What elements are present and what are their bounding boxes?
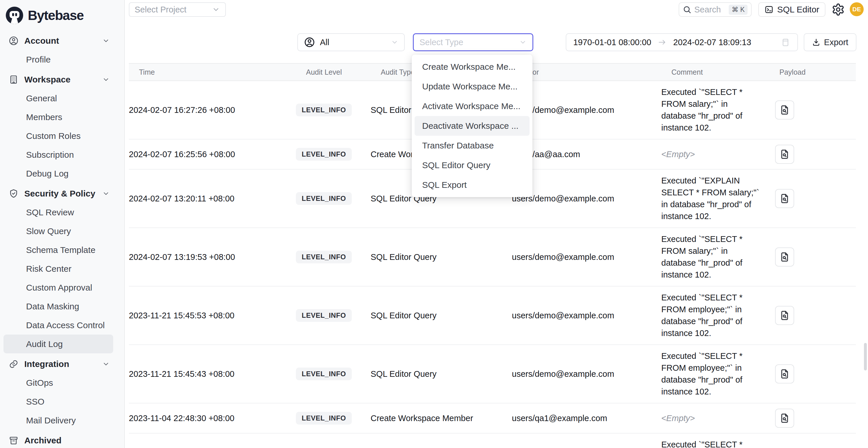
sidebar-section-label: Archived [24,436,61,445]
date-end-value[interactable]: 2024-02-07 18:09:13 [673,38,751,47]
payload-view-button[interactable] [775,100,794,120]
sidebar-nav: AccountProfileWorkspaceGeneralMembersCus… [0,31,124,448]
sidebar-item-members[interactable]: Members [3,108,113,126]
project-select[interactable]: Select Project [129,2,226,17]
cell-audit-type: SQL Editor Query [371,311,512,320]
type-filter-select[interactable]: Select Type [413,33,533,51]
sidebar-item-risk-center[interactable]: Risk Center [3,259,113,278]
sidebar-section-security-policy[interactable]: Security & Policy [3,184,113,203]
cell-audit-level: LEVEL_INFO [296,104,371,116]
cell-time: 2024-02-07 13:19:53 +08:00 [129,252,296,262]
cell-audit-type: SQL Editor Query [371,369,512,379]
payload-view-button[interactable] [775,189,794,208]
file-search-icon [779,413,790,424]
sidebar: Bytebase AccountProfileWorkspaceGeneralM… [0,0,125,448]
menu-item-deactivate-workspace[interactable]: Deactivate Workspace ... [414,116,530,136]
export-button[interactable]: Export [804,33,857,51]
link-icon [8,359,19,369]
menu-item-sql-editor-query[interactable]: SQL Editor Query [414,155,530,175]
col-header-payload: Payload [779,68,856,76]
brand-logo[interactable]: Bytebase [0,0,124,29]
cell-payload [769,145,856,164]
file-search-icon [779,149,790,160]
audit-level-badge: LEVEL_INFO [296,104,352,116]
sidebar-item-slow-query[interactable]: Slow Query [3,222,113,241]
cell-payload [769,364,856,383]
cell-comment: Executed `"EXPLAIN SELECT * FROM salary;… [661,175,761,222]
sidebar-section-account[interactable]: Account [3,31,113,50]
calendar-icon [781,37,790,47]
payload-view-button[interactable] [775,409,794,428]
gear-icon[interactable] [832,3,845,16]
cell-comment: Executed `"SELECT * FROM department;"` i… [661,439,761,448]
cell-audit-level: LEVEL_INFO [296,192,371,205]
building-icon [8,74,19,85]
cell-actor: users/demo@example.com [512,105,661,115]
terminal-icon [764,5,774,14]
cell-comment: Executed `"SELECT * FROM salary;"` in da… [661,233,761,281]
sidebar-item-sso[interactable]: SSO [3,392,113,411]
user-circle-icon [304,36,315,48]
cell-actor: users/demo@example.com [512,252,661,262]
download-icon [812,38,820,46]
date-start-value[interactable]: 1970-01-01 08:00:00 [573,38,651,47]
menu-item-update-workspace-me[interactable]: Update Workspace Me... [414,77,530,96]
sidebar-item-audit-log[interactable]: Audit Log [3,334,113,353]
project-select-label: Select Project [135,5,186,14]
payload-view-button[interactable] [775,306,794,325]
sidebar-section-archived[interactable]: Archived [3,431,113,448]
sidebar-section-workspace[interactable]: Workspace [3,70,113,89]
search-box[interactable]: ⌘ K [679,2,752,17]
file-search-icon [779,369,790,379]
sidebar-item-schema-template[interactable]: Schema Template [3,241,113,259]
sidebar-item-gitops[interactable]: GitOps [3,373,113,392]
chevron-down-icon [102,37,110,44]
audit-level-badge: LEVEL_INFO [296,367,352,380]
menu-item-create-workspace-me[interactable]: Create Workspace Me... [414,57,530,77]
sidebar-section-integration[interactable]: Integration [3,354,113,373]
audit-level-badge: LEVEL_INFO [296,251,352,263]
sidebar-item-custom-roles[interactable]: Custom Roles [3,126,113,145]
search-input[interactable] [694,5,720,14]
sidebar-section-label: Integration [24,359,69,369]
cell-audit-level: LEVEL_INFO [296,367,371,380]
app-root: Bytebase AccountProfileWorkspaceGeneralM… [0,0,868,448]
cell-comment: <Empty> [661,412,761,424]
archive-icon [8,435,19,446]
sidebar-item-sql-review[interactable]: SQL Review [3,203,113,222]
avatar[interactable]: DE [850,2,864,16]
file-search-icon [779,252,790,262]
sql-editor-label: SQL Editor [777,5,819,14]
cell-time: 2024-02-07 16:25:56 +08:00 [129,150,296,159]
type-filter-placeholder: Select Type [420,38,463,47]
sidebar-item-debug-log[interactable]: Debug Log [3,164,113,183]
menu-item-transfer-database[interactable]: Transfer Database [414,136,530,155]
chevron-down-icon [519,38,527,46]
actor-filter-select[interactable]: All [297,33,405,51]
cell-payload [769,100,856,120]
menu-item-sql-export[interactable]: SQL Export [414,175,530,195]
sidebar-item-mail-delivery[interactable]: Mail Delivery [3,411,113,430]
menu-item-activate-workspace-me[interactable]: Activate Workspace Me... [414,96,530,116]
scrollbar-thumb[interactable] [864,343,867,371]
table-row: 2023-11-21 15:45:53 +08:00LEVEL_INFOSQL … [129,287,856,345]
cell-comment: Executed `"SELECT * FROM employee;"` in … [661,292,761,339]
sidebar-item-custom-approval[interactable]: Custom Approval [3,278,113,297]
payload-view-button[interactable] [775,145,794,164]
sidebar-item-subscription[interactable]: Subscription [3,145,113,164]
export-label: Export [824,38,848,47]
payload-view-button[interactable] [775,248,794,266]
sidebar-item-profile[interactable]: Profile [3,50,113,69]
cell-audit-type: Create Workspace Member [371,414,512,423]
cell-time: 2023-11-21 15:45:53 +08:00 [129,311,296,320]
sidebar-item-general[interactable]: General [3,89,113,108]
cell-payload [769,189,856,208]
actor-filter-value: All [320,38,329,47]
audit-level-badge: LEVEL_INFO [296,192,352,205]
sql-editor-button[interactable]: SQL Editor [758,2,826,17]
date-range-picker[interactable]: 1970-01-01 08:00:00 2024-02-07 18:09:13 [566,33,798,51]
sidebar-item-data-access-control[interactable]: Data Access Control [3,316,113,334]
payload-view-button[interactable] [775,364,794,383]
cell-time: 2024-02-07 16:27:26 +08:00 [129,105,296,115]
sidebar-item-data-masking[interactable]: Data Masking [3,297,113,316]
